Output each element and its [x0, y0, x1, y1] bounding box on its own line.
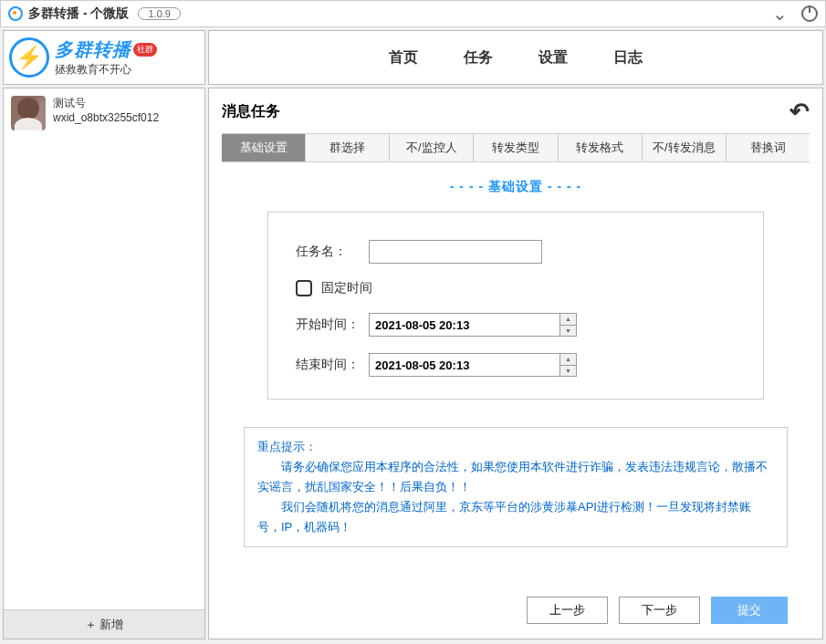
start-time-field[interactable] [370, 314, 559, 336]
minimize-icon[interactable]: ⌄ [772, 3, 788, 25]
app-icon [8, 6, 23, 21]
nav-bar: 首页 任务 设置 日志 [208, 30, 823, 85]
end-time-input[interactable]: ▲ ▼ [369, 353, 577, 377]
notice-line-1: 请务必确保您应用本程序的合法性，如果您使用本软件进行诈骗，发表违法违规言论，散播… [257, 457, 774, 497]
account-item[interactable]: 测试号 wxid_o8btx3255cf012 [4, 88, 204, 138]
prev-button[interactable]: 上一步 [527, 597, 608, 624]
tab-forward-message[interactable]: 不/转发消息 [643, 134, 727, 161]
brand-subtitle: 拯救教育不开心 [55, 62, 157, 78]
form-box: 任务名： 固定时间 开始时间： ▲ ▼ [267, 212, 764, 400]
fixed-time-label: 固定时间 [321, 280, 372, 296]
start-time-label: 开始时间： [296, 317, 360, 333]
task-name-input[interactable] [369, 240, 542, 264]
nav-home[interactable]: 首页 [389, 48, 418, 68]
task-name-label: 任务名： [296, 244, 360, 260]
end-time-label: 结束时间： [296, 357, 360, 373]
button-row: 上一步 下一步 提交 [222, 586, 810, 629]
end-time-field[interactable] [370, 354, 559, 376]
brand-badge: 社群 [133, 43, 157, 57]
tab-forward-type[interactable]: 转发类型 [474, 134, 558, 161]
section-title: - - - - 基础设置 - - - - [222, 162, 810, 212]
nav-logs[interactable]: 日志 [613, 48, 643, 68]
next-button[interactable]: 下一步 [619, 597, 700, 624]
back-icon[interactable]: ↶ [789, 98, 810, 126]
content-title: 消息任务 [222, 102, 280, 121]
start-time-down-icon[interactable]: ▼ [560, 326, 576, 337]
notice-line-2: 我们会随机将您的消息通过阿里，京东等平台的涉黄涉暴API进行检测！一旦发现将封禁… [257, 497, 774, 537]
version-badge: 1.0.9 [138, 7, 180, 20]
end-time-down-icon[interactable]: ▼ [560, 366, 576, 377]
nav-settings[interactable]: 设置 [538, 48, 568, 68]
titlebar: 多群转播 - 个微版 1.0.9 ⌄ [0, 0, 826, 27]
avatar [11, 96, 46, 130]
notice-title: 重点提示： [257, 437, 774, 457]
tab-row: 基础设置 群选择 不/监控人 转发类型 转发格式 不/转发消息 替换词 [222, 133, 810, 162]
tab-basic-settings[interactable]: 基础设置 [222, 134, 306, 161]
submit-button[interactable]: 提交 [711, 597, 788, 624]
account-id: wxid_o8btx3255cf012 [53, 111, 159, 124]
close-icon[interactable] [801, 5, 818, 22]
start-time-input[interactable]: ▲ ▼ [369, 313, 577, 337]
tab-monitor[interactable]: 不/监控人 [390, 134, 474, 161]
add-account-button[interactable]: ＋ 新增 [4, 609, 204, 639]
fixed-time-checkbox[interactable] [296, 280, 312, 296]
nav-tasks[interactable]: 任务 [464, 48, 493, 68]
brand-box: ⚡ 多群转播 社群 拯救教育不开心 [3, 30, 205, 85]
brand-title: 多群转播 [55, 37, 131, 62]
account-name: 测试号 [53, 96, 159, 111]
notice-box: 重点提示： 请务必确保您应用本程序的合法性，如果您使用本软件进行诈骗，发表违法违… [244, 427, 788, 547]
end-time-up-icon[interactable]: ▲ [560, 354, 576, 366]
start-time-up-icon[interactable]: ▲ [560, 314, 576, 326]
account-list: 测试号 wxid_o8btx3255cf012 ＋ 新增 [3, 88, 205, 639]
tab-forward-format[interactable]: 转发格式 [559, 134, 643, 161]
app-title: 多群转播 - 个微版 [28, 5, 129, 22]
content-panel: 消息任务 ↶ 基础设置 群选择 不/监控人 转发类型 转发格式 不/转发消息 替… [208, 88, 823, 639]
brand-logo-icon: ⚡ [9, 37, 49, 78]
tab-replace-word[interactable]: 替换词 [727, 134, 810, 161]
tab-group-select[interactable]: 群选择 [306, 134, 390, 161]
